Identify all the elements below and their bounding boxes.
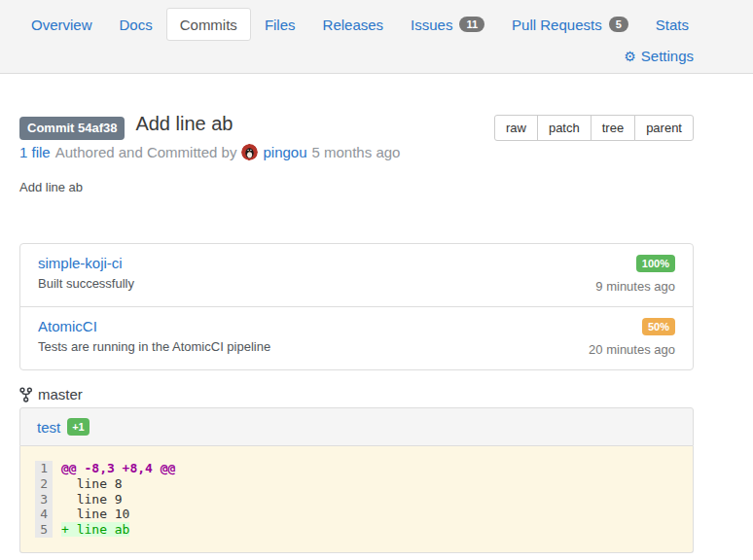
parent-button[interactable]: parent bbox=[634, 115, 694, 141]
diff-panel: test +1 1 @@ -8,3 +8,4 @@ 2 line 8 3 lin… bbox=[19, 407, 694, 553]
diff-body: 1 @@ -8,3 +8,4 @@ 2 line 8 3 line 9 4 li… bbox=[19, 446, 694, 553]
ci-left: AtomicCI Tests are running in the Atomic… bbox=[38, 318, 270, 357]
project-tabs: Overview Docs Commits Files Releases Iss… bbox=[0, 8, 753, 41]
ci-status-text: Built successfully bbox=[38, 276, 134, 291]
commit-age: 5 months ago bbox=[312, 144, 401, 160]
lines-added-badge: +1 bbox=[67, 418, 90, 436]
line-number: 1 bbox=[35, 461, 53, 476]
tab-issues[interactable]: Issues 11 bbox=[397, 8, 498, 41]
line-number: 2 bbox=[35, 476, 53, 492]
tab-stats[interactable]: Stats bbox=[642, 8, 702, 41]
ci-status-text: Tests are running in the AtomicCI pipeli… bbox=[38, 339, 270, 354]
context-line: line 9 bbox=[53, 492, 175, 508]
ci-percent-badge: 50% bbox=[642, 318, 675, 335]
commit-byline: 1 file Authored and Committed by pingou … bbox=[19, 144, 400, 160]
diff-line: 4 line 10 bbox=[35, 507, 175, 522]
diff-line: 1 @@ -8,3 +8,4 @@ bbox=[35, 461, 175, 476]
ci-percent-badge: 100% bbox=[636, 255, 675, 272]
diff-line: 3 line 9 bbox=[35, 492, 175, 508]
tab-docs[interactable]: Docs bbox=[106, 8, 166, 41]
byline-text: Authored and Committed by bbox=[55, 144, 237, 160]
author-link[interactable]: pingou bbox=[263, 144, 306, 160]
commit-head-left: Commit 54af38 Add line ab 1 file Authore… bbox=[19, 113, 400, 160]
ci-right: 100% 9 minutes ago bbox=[595, 255, 675, 294]
tab-pull-requests[interactable]: Pull Requests 5 bbox=[498, 8, 642, 41]
diff-file-header: test +1 bbox=[19, 407, 694, 446]
context-line: line 10 bbox=[53, 507, 175, 522]
tab-overview[interactable]: Overview bbox=[18, 8, 106, 41]
commit-actions: raw patch tree parent bbox=[494, 115, 694, 141]
hunk-header: @@ -8,3 +8,4 @@ bbox=[61, 461, 175, 475]
ci-row-atomicci: AtomicCI Tests are running in the Atomic… bbox=[20, 306, 693, 369]
line-number: 3 bbox=[35, 492, 53, 508]
tab-files[interactable]: Files bbox=[251, 8, 309, 41]
added-line: + line ab bbox=[61, 522, 129, 537]
ci-row-simple-koji-ci: simple-koji-ci Built successfully 100% 9… bbox=[20, 244, 693, 306]
tab-issues-label: Issues bbox=[411, 17, 452, 33]
line-number: 5 bbox=[35, 522, 53, 538]
ci-timestamp: 20 minutes ago bbox=[589, 342, 675, 357]
diff-file-link[interactable]: test bbox=[37, 419, 60, 436]
pull-requests-count-badge: 5 bbox=[609, 17, 628, 32]
author-avatar[interactable] bbox=[241, 144, 258, 160]
git-branch-icon bbox=[19, 387, 32, 402]
tab-releases[interactable]: Releases bbox=[309, 8, 398, 41]
tab-commits[interactable]: Commits bbox=[166, 8, 251, 41]
commit-page: Commit 54af38 Add line ab 1 file Authore… bbox=[0, 113, 753, 553]
commit-title-row: Commit 54af38 Add line ab bbox=[19, 113, 400, 135]
raw-button[interactable]: raw bbox=[494, 115, 538, 141]
diff-table: 1 @@ -8,3 +8,4 @@ 2 line 8 3 line 9 4 li… bbox=[35, 461, 175, 538]
gear-icon: ⚙ bbox=[624, 50, 636, 63]
settings-label: Settings bbox=[641, 48, 694, 64]
ci-name-link[interactable]: simple-koji-ci bbox=[38, 255, 123, 271]
diff-line: 2 line 8 bbox=[35, 476, 175, 492]
line-number: 4 bbox=[35, 507, 53, 522]
ci-timestamp: 9 minutes ago bbox=[595, 279, 675, 294]
tree-button[interactable]: tree bbox=[591, 115, 635, 141]
issues-count-badge: 11 bbox=[459, 17, 484, 32]
branch-name: master bbox=[38, 386, 83, 402]
diff-line: 5 + line ab bbox=[35, 522, 175, 538]
settings-row: ⚙ Settings bbox=[0, 41, 753, 64]
context-line: line 8 bbox=[53, 476, 175, 492]
commit-title: Add line ab bbox=[135, 113, 233, 134]
tab-pull-requests-label: Pull Requests bbox=[512, 17, 602, 33]
commit-description: Add line ab bbox=[19, 180, 694, 194]
ci-status-box: simple-koji-ci Built successfully 100% 9… bbox=[19, 243, 694, 370]
commit-hash-badge: Commit 54af38 bbox=[19, 117, 125, 140]
commit-head: Commit 54af38 Add line ab 1 file Authore… bbox=[19, 113, 694, 160]
project-header: Overview Docs Commits Files Releases Iss… bbox=[0, 0, 753, 74]
ci-name-link[interactable]: AtomicCI bbox=[38, 318, 97, 334]
patch-button[interactable]: patch bbox=[537, 115, 592, 141]
ci-left: simple-koji-ci Built successfully bbox=[38, 255, 134, 294]
files-changed-link[interactable]: 1 file bbox=[19, 144, 51, 160]
branch-row: master bbox=[19, 386, 694, 402]
settings-link[interactable]: ⚙ Settings bbox=[624, 48, 694, 64]
ci-right: 50% 20 minutes ago bbox=[589, 318, 675, 357]
